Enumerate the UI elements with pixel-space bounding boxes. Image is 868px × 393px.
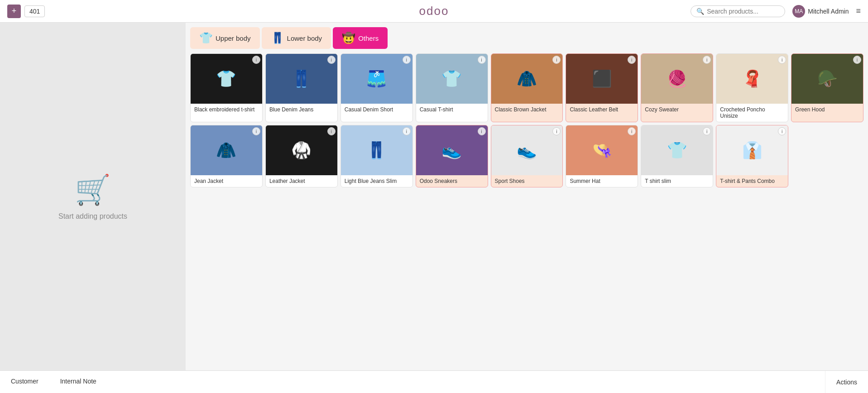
product-card[interactable]: i👕Casual T-shirt <box>416 53 488 122</box>
product-card[interactable]: i👔T-shirt & Pants Combo <box>716 125 788 187</box>
footer: Customer Internal Note Actions <box>0 370 868 393</box>
product-image: 🧣 <box>716 54 788 104</box>
product-name: T shirt slim <box>641 175 713 187</box>
lower-body-icon: 👖 <box>271 32 284 44</box>
product-card[interactable]: i👒Summer Hat <box>566 125 638 187</box>
product-name: Classic Brown Jacket <box>491 104 563 115</box>
product-name: Jean Jacket <box>191 175 262 187</box>
product-image: 👕 <box>416 54 488 104</box>
product-name: Cozy Sweater <box>641 104 713 115</box>
user-info: MA Mitchell Admin <box>792 5 849 18</box>
product-card[interactable]: i👟Sport Shoes <box>491 125 563 187</box>
tab-internal-note[interactable]: Internal Note <box>49 371 107 393</box>
tab-customer[interactable]: Customer <box>0 371 49 393</box>
product-name: Black embroidered t-shirt <box>191 104 262 115</box>
product-card[interactable]: i🧥Jean Jacket <box>190 125 263 187</box>
product-image: 👕 <box>641 125 713 175</box>
header-left: + 401 <box>7 5 45 18</box>
user-name: Mitchell Admin <box>808 8 849 15</box>
upper-body-icon: 👕 <box>199 32 213 44</box>
product-card[interactable]: i👕T shirt slim <box>641 125 713 187</box>
search-box[interactable]: 🔍 <box>691 5 785 17</box>
tab-upper-body[interactable]: 👕 Upper body <box>190 27 260 49</box>
product-image: 🧶 <box>641 54 713 104</box>
product-card[interactable]: i🩳Casual Denim Short <box>340 53 413 122</box>
search-icon: 🔍 <box>696 8 704 15</box>
product-grid-row2: i🧥Jean Jacketi🥋Leather Jacketi👖Light Blu… <box>190 125 863 187</box>
new-order-button[interactable]: + <box>7 5 21 18</box>
order-number: 401 <box>24 5 45 17</box>
product-image: ⬛ <box>566 54 638 104</box>
product-info-button[interactable]: i <box>327 127 336 135</box>
cart-icon: 🛒 <box>75 173 111 207</box>
product-info-button[interactable]: i <box>853 56 861 64</box>
product-name: T-shirt & Pants Combo <box>716 175 788 187</box>
product-image: 👖 <box>341 125 412 175</box>
product-card[interactable]: i👖Light Blue Jeans Slim <box>340 125 413 187</box>
tab-lower-body[interactable]: 👖 Lower body <box>262 27 331 49</box>
product-image: 👟 <box>491 125 563 175</box>
product-card[interactable]: i👕Black embroidered t-shirt <box>190 53 263 122</box>
product-image: 👕 <box>191 54 262 104</box>
product-grid-row1: i👕Black embroidered t-shirti👖Blue Denim … <box>190 53 863 122</box>
product-name: Summer Hat <box>566 175 638 187</box>
product-image: 🩳 <box>341 54 412 104</box>
product-image: 🪖 <box>791 54 863 104</box>
product-panel: 👕 Upper body 👖 Lower body 🤠 Others i👕Bla… <box>186 23 868 370</box>
category-tabs: 👕 Upper body 👖 Lower body 🤠 Others <box>190 27 863 49</box>
left-panel: 🛒 Start adding products <box>0 23 186 370</box>
hamburger-menu-icon[interactable]: ≡ <box>856 6 861 16</box>
product-card[interactable]: i⬛Classic Leather Belt <box>566 53 638 122</box>
product-name: Blue Denim Jeans <box>266 104 337 115</box>
search-input[interactable] <box>707 8 779 15</box>
product-image: 🧥 <box>491 54 563 104</box>
product-card[interactable]: i👟Odoo Sneakers <box>416 125 488 187</box>
user-avatar: MA <box>792 5 805 18</box>
product-image: 🧥 <box>191 125 262 175</box>
product-image: 👟 <box>416 125 488 175</box>
product-card[interactable]: i🧥Classic Brown Jacket <box>491 53 563 122</box>
header-right: 🔍 MA Mitchell Admin ≡ <box>691 5 861 18</box>
product-name: Light Blue Jeans Slim <box>341 175 412 187</box>
product-name: Leather Jacket <box>266 175 337 187</box>
product-name: Crocheted Poncho Unisize <box>716 104 788 122</box>
product-image: 👖 <box>266 54 337 104</box>
product-name: Casual Denim Short <box>341 104 412 115</box>
app-logo: odoo <box>419 4 449 18</box>
actions-button[interactable]: Actions <box>825 371 868 393</box>
product-info-button[interactable]: i <box>252 127 260 135</box>
product-card[interactable]: i🪖Green Hood <box>791 53 863 122</box>
product-name: Casual T-shirt <box>416 104 488 115</box>
product-name: Green Hood <box>791 104 863 115</box>
product-image: 🥋 <box>266 125 337 175</box>
product-info-button[interactable]: i <box>403 127 411 135</box>
product-info-button[interactable]: i <box>478 56 486 64</box>
product-info-button[interactable]: i <box>252 56 260 64</box>
main-container: 🛒 Start adding products 👕 Upper body 👖 L… <box>0 23 868 370</box>
product-card[interactable]: i👖Blue Denim Jeans <box>265 53 338 122</box>
product-image: 👔 <box>716 125 788 175</box>
product-name: Sport Shoes <box>491 175 563 187</box>
product-card[interactable]: i🧶Cozy Sweater <box>641 53 713 122</box>
product-info-button[interactable]: i <box>778 127 786 135</box>
product-name: Classic Leather Belt <box>566 104 638 115</box>
product-name: Odoo Sneakers <box>416 175 488 187</box>
lower-body-label: Lower body <box>287 34 322 42</box>
product-info-button[interactable]: i <box>403 56 411 64</box>
others-icon: 🤠 <box>342 32 355 44</box>
product-card[interactable]: i🧣Crocheted Poncho Unisize <box>716 53 788 122</box>
upper-body-label: Upper body <box>216 34 251 42</box>
product-info-button[interactable]: i <box>778 56 786 64</box>
product-image: 👒 <box>566 125 638 175</box>
others-label: Others <box>358 34 379 42</box>
tab-others[interactable]: 🤠 Others <box>333 27 388 49</box>
product-info-button[interactable]: i <box>478 127 486 135</box>
product-info-button[interactable]: i <box>327 56 336 64</box>
header: + 401 odoo 🔍 MA Mitchell Admin ≡ <box>0 0 868 23</box>
cart-empty-text: Start adding products <box>58 212 127 220</box>
product-card[interactable]: i🥋Leather Jacket <box>265 125 338 187</box>
